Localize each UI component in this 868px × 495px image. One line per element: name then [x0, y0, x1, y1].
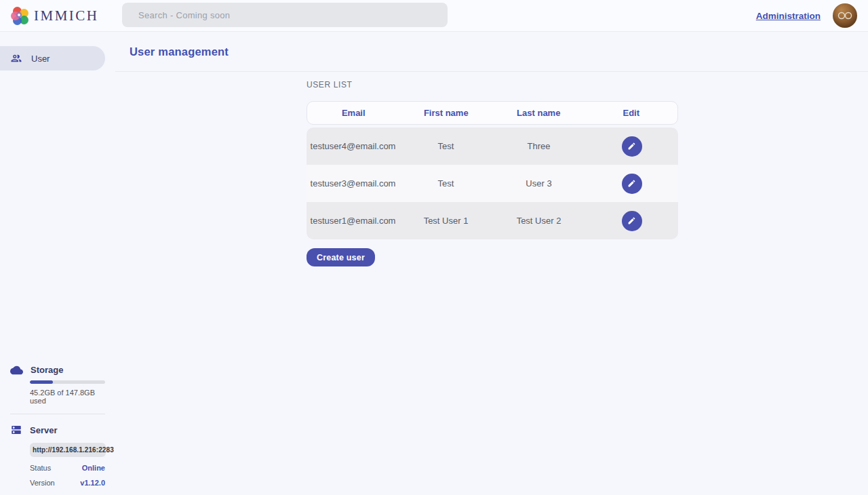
status-label: Status: [30, 464, 51, 472]
edit-user-button[interactable]: [622, 174, 642, 194]
table-body: testuser4@email.com Test Three testuser3…: [307, 127, 678, 239]
storage-title: Storage: [31, 365, 63, 375]
cell-first-name: Test: [399, 178, 492, 189]
user-table: Email First name Last name Edit testuser…: [307, 101, 678, 239]
table-row: testuser1@email.com Test User 1 Test Use…: [307, 202, 678, 239]
edit-user-button[interactable]: [622, 211, 642, 231]
cell-last-name: User 3: [492, 178, 585, 189]
col-header-email: Email: [307, 108, 400, 118]
server-icon: [10, 424, 22, 436]
user-list-label: USER LIST: [307, 80, 868, 90]
sidebar-status-panel: Storage 45.2GB of 147.8GB used Server ht…: [0, 365, 115, 487]
col-header-edit: Edit: [585, 108, 678, 118]
col-header-last-name: Last name: [492, 108, 585, 118]
status-value: Online: [82, 464, 105, 472]
cell-email: testuser3@email.com: [307, 178, 399, 189]
cell-email: testuser4@email.com: [307, 141, 399, 151]
server-version-row: Version v1.12.0: [30, 479, 105, 487]
cell-first-name: Test User 1: [399, 216, 492, 226]
edit-user-button[interactable]: [622, 136, 642, 157]
server-url-badge: http://192.168.1.216:2283: [30, 443, 106, 457]
cloud-icon: [10, 365, 23, 375]
pencil-icon: [627, 179, 636, 188]
table-row: testuser3@email.com Test User 3: [307, 165, 678, 202]
table-row: testuser4@email.com Test Three: [307, 127, 678, 165]
glasses-icon: [837, 12, 852, 20]
sidebar-divider: [10, 414, 105, 414]
server-title: Server: [30, 425, 57, 435]
administration-link[interactable]: Administration: [756, 11, 821, 21]
search-input[interactable]: [122, 3, 448, 27]
create-user-button[interactable]: Create user: [307, 248, 375, 266]
storage-progress-fill: [30, 380, 53, 384]
cell-last-name: Test User 2: [492, 216, 585, 226]
page-title: User management: [130, 45, 229, 58]
user-avatar[interactable]: [833, 3, 857, 28]
page-header: User management: [115, 32, 868, 72]
storage-usage-text: 45.2GB of 147.8GB used: [30, 389, 105, 405]
pencil-icon: [627, 216, 636, 225]
version-label: Version: [30, 479, 55, 487]
sidebar-item-user-label: User: [31, 54, 50, 64]
users-icon: [10, 52, 22, 64]
cell-last-name: Three: [492, 141, 585, 151]
main-content: User management USER LIST Email First na…: [115, 32, 868, 495]
brand-name: IMMICH: [34, 7, 99, 24]
col-header-first-name: First name: [400, 108, 493, 118]
storage-progress-bar: [30, 380, 105, 384]
cell-email: testuser1@email.com: [307, 216, 399, 226]
cell-first-name: Test: [399, 141, 492, 151]
sidebar: User Storage 45.2GB of 147.8GB used Serv…: [0, 32, 115, 495]
pencil-icon: [627, 142, 636, 151]
version-value: v1.12.0: [80, 479, 105, 487]
sidebar-item-user[interactable]: User: [0, 46, 105, 71]
top-bar: IMMICH Administration: [0, 0, 868, 32]
immich-logo: IMMICH: [11, 7, 99, 25]
server-status-row: Status Online: [30, 464, 105, 472]
immich-flower-icon: [11, 7, 29, 25]
table-header-row: Email First name Last name Edit: [307, 101, 678, 125]
